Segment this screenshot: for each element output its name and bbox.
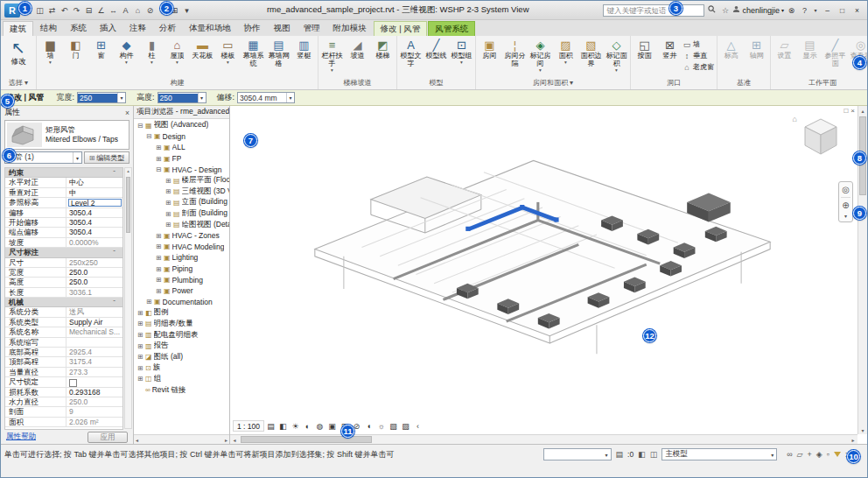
property-row[interactable]: 宽度 250.0 xyxy=(5,268,122,278)
default-3d-view-icon[interactable]: ⌂ xyxy=(132,4,144,17)
property-row[interactable]: 尺寸标注 ˆ xyxy=(5,248,122,257)
tree-expand-icon[interactable]: ⊟ xyxy=(136,122,144,130)
tree-expand-icon[interactable]: ⊞ xyxy=(136,309,144,317)
ref-plane-button[interactable]: ╱ 参照平面 xyxy=(822,37,848,73)
property-row[interactable]: 底部高程 2925.4 xyxy=(5,348,122,357)
panel-label-select[interactable]: 选择 ▾ xyxy=(1,78,36,88)
window-button[interactable]: ⊞ 窗 xyxy=(88,37,114,65)
scroll-right-icon[interactable]: ▸ xyxy=(225,437,228,443)
browser-tree-item[interactable]: ⊞ ▣ HVAC - Zones xyxy=(134,230,229,242)
property-value[interactable]: 中 xyxy=(66,188,122,197)
worksets-dropdown[interactable]: ▾ xyxy=(543,448,612,460)
browser-tree-item[interactable]: ⊞ ◪ 图纸 (all) xyxy=(134,351,229,362)
property-value[interactable]: 250.0 xyxy=(66,278,122,286)
design-options-icon[interactable]: ◧ xyxy=(638,450,646,459)
panel-label-room-area[interactable]: 房间和面积 ▾ xyxy=(476,78,630,88)
browser-tree-item[interactable]: ⊞ ▣ Plumbing xyxy=(134,274,229,285)
door-button[interactable]: ◧ 门 xyxy=(63,37,88,65)
browser-tree-item[interactable]: ⊟ ▣ HVAC - Design xyxy=(134,164,229,175)
tree-expand-icon[interactable]: ⊞ xyxy=(164,177,172,185)
browser-tree-item[interactable]: ⊞ ▣ Piping xyxy=(134,264,229,275)
ribbon-tab[interactable]: 建筑 xyxy=(3,21,33,36)
signed-in-user[interactable]: chenlingjie ▾ xyxy=(732,5,784,15)
dropdown-caret-icon[interactable]: ▾ xyxy=(603,452,611,458)
browser-tree-item[interactable]: ⊞ ▣ Documentation xyxy=(134,297,229,308)
show-workplane-button[interactable]: ▤ 显示 xyxy=(797,37,822,65)
floor-button[interactable]: ▭ 楼板 ▾ xyxy=(215,37,241,65)
property-value[interactable]: Level 2 xyxy=(68,199,122,207)
wall-button[interactable]: ▆ 墙 ▾ xyxy=(38,37,63,65)
tree-expand-icon[interactable]: ⊞ xyxy=(155,232,163,240)
analytical-model-icon[interactable]: ▨ xyxy=(400,420,411,432)
group-collapse-icon[interactable]: ˆ xyxy=(113,298,116,307)
property-value[interactable]: 250x250 xyxy=(66,258,122,267)
property-value[interactable]: 250.0 xyxy=(66,397,122,406)
set-workplane-button[interactable]: ▱ 设置 xyxy=(772,37,797,65)
curtain-grid-button[interactable]: ▤ 幕墙网格 xyxy=(266,37,291,73)
dropdown-caret-icon[interactable]: ▾ xyxy=(117,93,125,102)
properties-help-link[interactable]: 属性帮助 xyxy=(6,432,36,442)
tree-expand-icon[interactable]: ⊞ xyxy=(136,331,144,339)
property-row[interactable]: 尺寸 250x250 xyxy=(5,258,122,268)
area-boundary-button[interactable]: ▧ 面积边界 xyxy=(578,37,604,73)
property-value[interactable]: 3050.4 xyxy=(66,228,122,236)
browser-tree-item[interactable]: ⊞ ▣ Lighting xyxy=(134,252,229,264)
exchange-apps-icon[interactable]: ⊗ xyxy=(786,6,797,15)
property-value[interactable]: 3050.4 xyxy=(66,218,122,227)
mullion-button[interactable]: ▥ 竖梃 xyxy=(291,37,317,65)
tree-expand-icon[interactable]: ⊞ xyxy=(164,221,172,228)
stair-button[interactable]: ◩ 楼梯 xyxy=(370,37,396,65)
property-row[interactable]: 机械 ˆ xyxy=(5,298,122,307)
property-value[interactable]: 2925.4 xyxy=(66,348,122,356)
browser-tree-item[interactable]: ⊞ ▤ 明细表/数量 xyxy=(134,319,229,330)
property-row[interactable]: 系统名称 Mechanical S... xyxy=(5,327,122,337)
edit-type-button[interactable]: ⊞ 编辑类型 xyxy=(84,151,130,164)
help-icon[interactable]: ? xyxy=(799,6,810,15)
property-value[interactable]: 中心 xyxy=(66,178,122,186)
browser-tree-item[interactable]: ⊞ ⊡ 族 xyxy=(134,362,229,374)
component-button[interactable]: ◆ 构件 ▾ xyxy=(114,37,139,65)
column-button[interactable]: ▮ 柱 ▾ xyxy=(139,37,164,65)
ribbon-tab[interactable]: 风管系统 xyxy=(428,21,475,36)
apply-button[interactable]: 应用 xyxy=(88,432,128,443)
property-value[interactable]: 0.0000% xyxy=(66,238,122,247)
select-pinned-elements-toggle-icon[interactable]: + xyxy=(808,450,812,459)
property-value[interactable]: 250.0 xyxy=(66,268,122,277)
property-row[interactable]: 约束 ˆ xyxy=(5,168,122,178)
tree-expand-icon[interactable]: ⊞ xyxy=(155,265,163,273)
ribbon-tab[interactable]: 注释 xyxy=(123,21,152,36)
browser-tree-item[interactable]: ⊞ ▥ 报告 xyxy=(134,341,229,352)
group-collapse-icon[interactable]: ˆ xyxy=(113,168,116,178)
grid-button[interactable]: ⊞ 轴网 xyxy=(744,37,769,65)
properties-scrollbar[interactable]: ▴ xyxy=(124,167,132,429)
tree-expand-icon[interactable]: ⊞ xyxy=(155,276,163,284)
canvas-hscrollbar[interactable]: ◂ ▸ xyxy=(230,434,858,444)
rendering-dialog-icon[interactable]: ◍ xyxy=(314,420,326,432)
opening-by-face-button[interactable]: ◱ 按面 xyxy=(632,37,657,65)
help-search-input[interactable] xyxy=(603,4,704,17)
shaft-button[interactable]: ⊠ 竖井 xyxy=(657,37,682,65)
scroll-up-icon[interactable]: ▴ xyxy=(861,106,864,115)
design-option-picker-icon[interactable]: ◫ xyxy=(650,450,658,459)
visual-style-icon[interactable]: ◧ xyxy=(277,420,289,432)
measure-icon[interactable]: ∠ xyxy=(95,4,107,17)
options-field-input[interactable]: 3050.4 mm ▾ xyxy=(237,92,295,103)
browser-tree-item[interactable]: ⊞ ▤ 剖面 (Building xyxy=(134,208,229,220)
property-row[interactable]: 垂直对正 中 xyxy=(5,188,122,198)
browser-tree-item[interactable]: ⊞ ▤ 绘图视图 (Deta xyxy=(134,219,229,230)
tree-expand-icon[interactable]: ⊞ xyxy=(164,199,172,207)
select-underlay-elements-toggle-icon[interactable]: ▱ xyxy=(797,450,803,459)
browser-tree-item[interactable]: ⊞ ◧ 图例 xyxy=(134,307,229,319)
browser-tree-item[interactable]: ⊞ ▥ 配电盘明细表 xyxy=(134,329,229,341)
property-value[interactable]: Supply Air xyxy=(66,318,122,327)
ribbon-tab[interactable]: 系统 xyxy=(64,21,93,36)
property-row[interactable]: 系统缩写 xyxy=(5,338,122,348)
scrollbar-thumb[interactable] xyxy=(126,177,130,233)
full-navigation-wheel-icon[interactable]: ◎ xyxy=(842,185,850,194)
property-row[interactable]: 顶部高程 3175.4 xyxy=(5,357,122,367)
browser-tree-item[interactable]: ⊟ ▦ 视图 (Advanced) xyxy=(134,120,229,131)
browser-tree-item[interactable]: ⊞ ▣ HVAC Modeling xyxy=(134,242,229,253)
reveal-hidden-elements-icon[interactable]: ☼ xyxy=(375,420,387,432)
browser-tree-item[interactable]: ∞ Revit 链接 xyxy=(134,384,229,396)
type-selector-preview[interactable]: 矩形风管 Mitered Elbows / Taps xyxy=(4,120,130,150)
